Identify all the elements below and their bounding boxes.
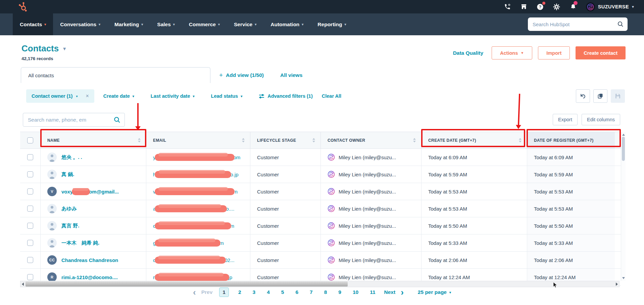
page-4[interactable]: 4: [265, 288, 272, 297]
marketplace-icon[interactable]: [520, 3, 528, 10]
column-header-name[interactable]: NAME: [40, 132, 146, 148]
lead-status-filter[interactable]: Lead status▾: [211, 93, 243, 99]
page-3[interactable]: 3: [251, 288, 258, 297]
scroll-left-icon[interactable]: [22, 282, 24, 286]
search-icon[interactable]: [617, 21, 624, 27]
page-7[interactable]: 7: [308, 288, 315, 297]
export-button[interactable]: Export: [553, 114, 578, 125]
contact-name-link[interactable]: 真言 野.: [61, 223, 79, 229]
row-checkbox[interactable]: [27, 188, 33, 194]
all-views-link[interactable]: All views: [280, 72, 302, 78]
contact-email[interactable]: ao....: [153, 205, 234, 212]
vertical-scroll-thumb[interactable]: [622, 137, 625, 161]
remove-filter-icon[interactable]: ×: [86, 93, 89, 99]
scroll-down-icon[interactable]: [622, 277, 625, 279]
contact-email[interactable]: cm: [153, 222, 234, 229]
scroll-up-icon[interactable]: [622, 134, 625, 136]
vertical-scrollbar[interactable]: [621, 132, 626, 281]
contact-email[interactable]: vm: [153, 188, 238, 195]
column-header-create-date[interactable]: CREATE DATE (GMT+7): [421, 132, 527, 148]
sort-icon[interactable]: [413, 138, 416, 142]
chevron-left-icon[interactable]: ‹: [193, 288, 196, 297]
actions-button[interactable]: Actions▼: [492, 46, 532, 59]
row-checkbox[interactable]: [27, 154, 33, 160]
notifications-bell-icon[interactable]: [569, 3, 577, 10]
row-checkbox[interactable]: [27, 206, 33, 212]
edit-columns-button[interactable]: Edit columns: [582, 114, 620, 125]
contact-name-link[interactable]: voxyom@gmail...: [61, 188, 119, 195]
prev-page-button[interactable]: Prev: [201, 289, 213, 295]
nav-item-service[interactable]: Service▾: [227, 13, 263, 35]
row-checkbox[interactable]: [27, 240, 33, 246]
page-6[interactable]: 6: [293, 288, 300, 297]
chevron-right-icon[interactable]: ›: [401, 288, 404, 297]
page-5[interactable]: 5: [279, 288, 286, 297]
last-activity-filter[interactable]: Last activity date▾: [151, 93, 195, 99]
global-search-input[interactable]: [528, 21, 617, 27]
column-header-email[interactable]: EMAIL: [146, 132, 250, 148]
account-menu[interactable]: SUZUVERSE ▾: [586, 2, 634, 11]
sort-icon[interactable]: [242, 138, 245, 142]
page-10[interactable]: 10: [351, 288, 360, 297]
search-icon[interactable]: [114, 117, 120, 123]
contact-name-link[interactable]: 悠央 。. .: [61, 154, 82, 161]
data-quality-link[interactable]: Data Quality: [453, 50, 483, 56]
hubspot-logo-icon[interactable]: [19, 2, 28, 12]
tab-all-contacts[interactable]: All contacts: [21, 67, 210, 83]
nav-item-marketing[interactable]: Marketing▾: [107, 13, 150, 35]
create-date-filter[interactable]: Create date▾: [103, 93, 134, 99]
scroll-right-icon[interactable]: [616, 282, 618, 286]
nav-item-automation[interactable]: Automation▾: [263, 13, 310, 35]
horizontal-scrollbar[interactable]: [20, 281, 620, 287]
help-icon[interactable]: ?: [537, 3, 544, 10]
call-icon[interactable]: [504, 3, 511, 10]
contact-email[interactable]: rijp: [153, 274, 232, 281]
row-checkbox[interactable]: [27, 274, 33, 280]
nav-item-sales[interactable]: Sales▾: [150, 13, 182, 35]
clear-all-link[interactable]: Clear All: [322, 93, 341, 99]
page-title[interactable]: Contacts▼: [21, 43, 67, 54]
row-checkbox[interactable]: [27, 171, 33, 177]
contact-email[interactable]: yom: [153, 154, 240, 161]
import-button[interactable]: Import: [538, 46, 570, 59]
create-contact-button[interactable]: Create contact: [576, 46, 626, 59]
sort-icon[interactable]: [138, 138, 141, 142]
row-checkbox[interactable]: [27, 223, 33, 229]
page-1[interactable]: 1: [219, 288, 229, 297]
table-search[interactable]: [23, 113, 125, 127]
column-header-register-date[interactable]: DATE OF REGISTER (GMT+7): [527, 132, 615, 148]
add-view-button[interactable]: + Add view (1/50): [219, 72, 264, 79]
contact-email[interactable]: ho.jp: [153, 171, 239, 178]
page-11[interactable]: 11: [368, 288, 377, 297]
contact-name-link[interactable]: Chandreas Chandreson: [61, 257, 118, 263]
page-8[interactable]: 8: [322, 288, 329, 297]
column-header-owner[interactable]: CONTACT OWNER: [320, 132, 421, 148]
nav-item-conversations[interactable]: Conversations▾: [53, 13, 107, 35]
nav-item-contacts[interactable]: Contacts▾: [13, 13, 53, 35]
per-page-select[interactable]: 25 per page▾: [418, 289, 451, 295]
row-checkbox[interactable]: [27, 257, 33, 263]
global-search[interactable]: [528, 17, 628, 31]
next-page-button[interactable]: Next: [384, 289, 396, 295]
column-header-lifecycle[interactable]: LIFECYCLE STAGE: [250, 132, 320, 148]
contact-email[interactable]: gm: [153, 239, 224, 247]
contact-name-link[interactable]: 一本木 純希 純.: [61, 240, 99, 246]
horizontal-scroll-thumb[interactable]: [26, 281, 348, 287]
page-2[interactable]: 2: [236, 288, 243, 297]
nav-item-reporting[interactable]: Reporting▾: [310, 13, 353, 35]
sort-icon[interactable]: [312, 138, 315, 142]
page-9[interactable]: 9: [336, 288, 343, 297]
contact-name-link[interactable]: あゆみ: [61, 206, 77, 212]
clone-button[interactable]: [593, 89, 607, 103]
select-all-checkbox[interactable]: [27, 137, 33, 143]
undo-button[interactable]: [576, 89, 590, 103]
nav-item-commerce[interactable]: Commerce▾: [182, 13, 227, 35]
sort-icon[interactable]: [519, 138, 522, 142]
contact-name-link[interactable]: rimi.a-1210@docomo....: [61, 274, 118, 280]
advanced-filters-button[interactable]: Advanced filters (1): [259, 93, 313, 99]
table-search-input[interactable]: [23, 117, 113, 123]
contact-owner-filter-chip[interactable]: Contact owner (1) ▾ ×: [26, 89, 94, 103]
settings-gear-icon[interactable]: [553, 3, 560, 10]
contact-email[interactable]: c02...: [153, 257, 235, 264]
contact-name-link[interactable]: 真 鍋.: [61, 171, 74, 178]
